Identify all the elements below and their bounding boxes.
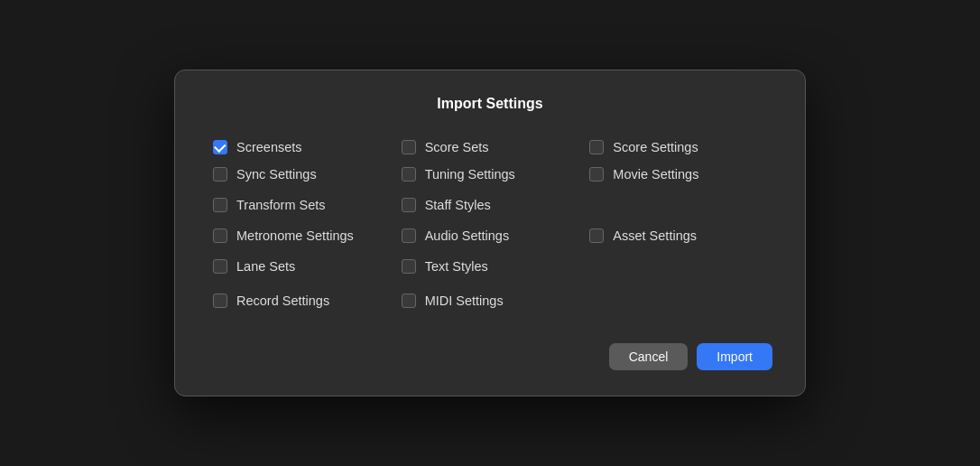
checkbox-tuning-settings-box[interactable] <box>402 167 416 182</box>
checkbox-score-sets-label: Score Sets <box>425 140 489 154</box>
checkbox-audio-settings[interactable]: Audio Settings <box>396 222 585 249</box>
checkbox-score-settings-label: Score Settings <box>613 140 698 154</box>
checkbox-asset-settings-label: Asset Settings <box>613 228 697 243</box>
checkbox-movie-settings-box[interactable] <box>589 167 604 182</box>
checkbox-text-styles-box[interactable] <box>402 259 416 274</box>
checkbox-audio-settings-box[interactable] <box>402 228 416 243</box>
dialog-footer: Cancel Import <box>208 343 772 370</box>
checkbox-movie-settings[interactable]: Movie Settings <box>584 161 772 188</box>
checkbox-record-settings[interactable]: Record Settings <box>208 284 396 318</box>
checkbox-text-styles-label: Text Styles <box>425 259 488 274</box>
checkbox-screensets-label: Screensets <box>236 140 302 154</box>
checkbox-movie-settings-label: Movie Settings <box>613 167 698 182</box>
checkbox-screensets[interactable]: Screensets <box>208 134 396 161</box>
checkbox-record-settings-box[interactable] <box>213 294 227 308</box>
checkbox-sync-settings-label: Sync Settings <box>236 167 317 182</box>
checkbox-sync-settings-box[interactable] <box>213 167 227 182</box>
checkbox-lane-sets-label: Lane Sets <box>236 259 295 274</box>
checkbox-metronome-settings[interactable]: Metronome Settings <box>208 222 396 249</box>
checkbox-audio-settings-label: Audio Settings <box>425 228 510 243</box>
checkbox-asset-settings-box[interactable] <box>589 228 604 243</box>
checkbox-metronome-settings-label: Metronome Settings <box>236 228 354 243</box>
checkbox-lane-sets[interactable]: Lane Sets <box>208 249 396 284</box>
checkbox-midi-settings[interactable]: MIDI Settings <box>396 284 585 318</box>
checkbox-transform-sets[interactable]: Transform Sets <box>208 188 396 222</box>
checkbox-score-settings[interactable]: Score Settings <box>584 134 772 161</box>
checkbox-tuning-settings[interactable]: Tuning Settings <box>396 161 585 188</box>
checkbox-transform-sets-box[interactable] <box>213 198 227 212</box>
checkbox-score-sets-box[interactable] <box>402 140 416 154</box>
import-settings-dialog: Import Settings Screensets Score Sets Sc… <box>174 70 806 396</box>
checkbox-midi-settings-label: MIDI Settings <box>425 294 504 308</box>
checkbox-record-settings-label: Record Settings <box>236 294 329 308</box>
checkbox-screensets-box[interactable] <box>213 140 227 154</box>
checkbox-text-styles[interactable]: Text Styles <box>396 249 585 284</box>
cancel-button[interactable]: Cancel <box>609 343 689 370</box>
checkbox-staff-styles-box[interactable] <box>402 198 416 212</box>
checkbox-staff-styles-label: Staff Styles <box>425 198 491 212</box>
checkbox-transform-sets-label: Transform Sets <box>236 198 326 212</box>
checkbox-asset-settings[interactable]: Asset Settings <box>584 222 772 249</box>
checkbox-sync-settings[interactable]: Sync Settings <box>208 161 396 188</box>
checkbox-score-settings-box[interactable] <box>589 140 604 154</box>
checkbox-metronome-settings-box[interactable] <box>213 228 227 243</box>
import-button[interactable]: Import <box>697 343 772 370</box>
checkbox-staff-styles[interactable]: Staff Styles <box>396 188 585 222</box>
checkboxes-grid: Screensets Score Sets Score Settings Syn… <box>208 134 772 318</box>
checkbox-lane-sets-box[interactable] <box>213 259 227 274</box>
checkbox-score-sets[interactable]: Score Sets <box>396 134 585 161</box>
checkbox-midi-settings-box[interactable] <box>402 294 416 308</box>
checkbox-tuning-settings-label: Tuning Settings <box>425 167 515 182</box>
dialog-title: Import Settings <box>208 96 772 112</box>
